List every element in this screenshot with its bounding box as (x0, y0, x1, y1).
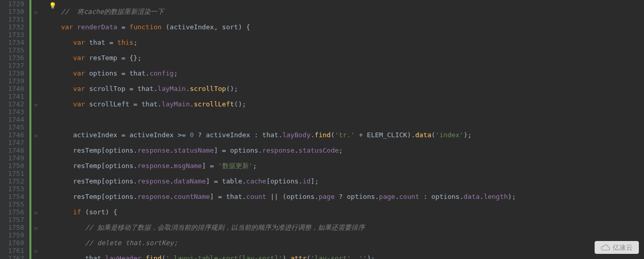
fold-icon[interactable]: ⊟ (34, 9, 37, 16)
code-line[interactable]: resTemp[options.response.statusName] = o… (49, 146, 644, 154)
line-number: 1757 (0, 216, 24, 224)
line-number: 1736 (0, 54, 24, 62)
cloud-icon (601, 244, 610, 251)
line-number: 1738 (0, 69, 24, 77)
code-line[interactable]: resTemp[options.response.dataName] = tab… (49, 177, 644, 185)
line-number: 1743 (0, 108, 24, 116)
code-line[interactable]: resTemp[options.response.msgName] = '数据更… (49, 162, 644, 170)
line-number: 1750 (0, 162, 24, 170)
line-number-gutter: 1729 1730 1731 1732 1733 1734 1735 1736 … (0, 0, 28, 259)
line-number: 1740 (0, 85, 24, 92)
line-number: 1758 (0, 224, 24, 231)
line-number: 1756 (0, 208, 24, 216)
line-number: 1737 (0, 62, 24, 69)
line-number: 1749 (0, 154, 24, 162)
code-line[interactable]: resTemp[options.response.countName] = th… (49, 193, 644, 200)
code-line[interactable]: // delete that.sortKey; (49, 239, 644, 247)
line-number: 1731 (0, 15, 24, 23)
code-line[interactable]: var scrollLeft = that.layMain.scrollLeft… (49, 100, 644, 108)
line-number: 1745 (0, 123, 24, 131)
line-number: 1753 (0, 185, 24, 193)
code-editor[interactable]: 1729 1730 1731 1732 1733 1734 1735 1736 … (0, 0, 644, 259)
line-number: 1746 (0, 131, 24, 139)
line-number: 1733 (0, 31, 24, 39)
code-content[interactable]: // 将cache的数据重新渲染一下 var renderData = func… (44, 0, 644, 259)
fold-icon[interactable]: ⊟ (34, 225, 37, 232)
line-number: 1760 (0, 239, 24, 247)
watermark-badge: 亿速云 (595, 241, 639, 254)
line-number: 1759 (0, 231, 24, 239)
line-number: 1755 (0, 200, 24, 208)
line-number: 1730 (0, 8, 24, 15)
line-number: 1732 (0, 23, 24, 31)
change-marker (29, 0, 31, 259)
code-line[interactable]: var scrollTop = that.layMain.scrollTop()… (49, 85, 644, 92)
fold-icon[interactable]: ⊟ (34, 101, 37, 109)
fold-icon[interactable]: ⊟ (34, 248, 37, 255)
intention-bulb-icon[interactable]: 💡 (49, 2, 57, 10)
code-line[interactable]: // 将cache的数据重新渲染一下 (49, 8, 644, 15)
line-number: 1762 (0, 254, 24, 259)
fold-icon[interactable]: ⊟ (34, 209, 37, 217)
line-number: 1744 (0, 116, 24, 123)
line-number: 1739 (0, 77, 24, 85)
line-number: 1752 (0, 177, 24, 185)
code-line[interactable]: var that = this; (49, 39, 644, 46)
code-line[interactable]: var resTemp = {}; (49, 54, 644, 62)
code-line[interactable]: that.layHeader.find('.layui-table-sort[l… (49, 254, 644, 259)
line-number: 1729 (0, 0, 24, 8)
code-line[interactable]: activeIndex = activeIndex >= 0 ? activeI… (49, 131, 644, 139)
marker-gutter: ⊟ ⊟ ⊟ ⊟ ⊟ ⊟ (28, 0, 44, 259)
watermark-text: 亿速云 (613, 244, 633, 251)
line-number: 1748 (0, 146, 24, 154)
line-number: 1742 (0, 100, 24, 108)
fold-icon[interactable]: ⊟ (34, 132, 37, 140)
line-number: 1761 (0, 247, 24, 254)
code-line[interactable]: if (sort) { (49, 208, 644, 216)
code-line[interactable]: // 如果是移动了数据，会取消当前的排序规则，以当前的顺序为准进行调整，如果还需… (49, 224, 644, 231)
code-line[interactable] (49, 116, 644, 123)
line-number: 1754 (0, 193, 24, 200)
line-number: 1741 (0, 92, 24, 100)
line-number: 1734 (0, 39, 24, 46)
code-line[interactable]: var renderData = function (activeIndex, … (49, 23, 644, 31)
line-number: 1751 (0, 170, 24, 177)
line-number: 1735 (0, 46, 24, 54)
line-number: 1747 (0, 139, 24, 146)
code-line[interactable]: var options = that.config; (49, 69, 644, 77)
